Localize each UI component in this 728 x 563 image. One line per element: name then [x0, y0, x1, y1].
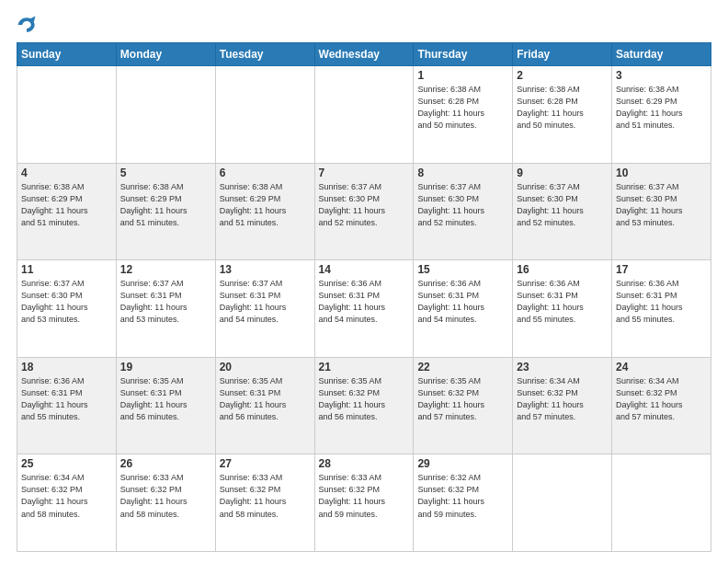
day-info: Sunrise: 6:38 AM Sunset: 6:28 PM Dayligh… [517, 84, 608, 132]
calendar-cell: 8Sunrise: 6:37 AM Sunset: 6:30 PM Daylig… [414, 163, 513, 260]
day-info: Sunrise: 6:33 AM Sunset: 6:32 PM Dayligh… [319, 472, 410, 520]
calendar-table: SundayMondayTuesdayWednesdayThursdayFrid… [17, 42, 711, 552]
day-header-friday: Friday [513, 43, 612, 66]
day-info: Sunrise: 6:35 AM Sunset: 6:32 PM Dayligh… [319, 375, 410, 423]
day-number: 11 [21, 263, 112, 276]
day-number: 1 [417, 69, 508, 82]
day-info: Sunrise: 6:33 AM Sunset: 6:32 PM Dayligh… [220, 472, 311, 520]
calendar-cell: 22Sunrise: 6:35 AM Sunset: 6:32 PM Dayli… [414, 357, 513, 454]
day-info: Sunrise: 6:34 AM Sunset: 6:32 PM Dayligh… [616, 375, 707, 423]
calendar-cell: 15Sunrise: 6:36 AM Sunset: 6:31 PM Dayli… [414, 260, 513, 358]
calendar-cell: 4Sunrise: 6:38 AM Sunset: 6:29 PM Daylig… [17, 163, 117, 260]
day-info: Sunrise: 6:37 AM Sunset: 6:30 PM Dayligh… [616, 181, 707, 229]
calendar-week-5: 25Sunrise: 6:34 AM Sunset: 6:32 PM Dayli… [17, 454, 711, 552]
calendar-cell: 7Sunrise: 6:37 AM Sunset: 6:30 PM Daylig… [314, 163, 414, 260]
calendar-cell: 25Sunrise: 6:34 AM Sunset: 6:32 PM Dayli… [17, 454, 117, 552]
calendar-cell: 23Sunrise: 6:34 AM Sunset: 6:32 PM Dayli… [513, 357, 612, 454]
day-info: Sunrise: 6:35 AM Sunset: 6:31 PM Dayligh… [120, 375, 211, 423]
day-info: Sunrise: 6:35 AM Sunset: 6:32 PM Dayligh… [417, 375, 508, 423]
day-info: Sunrise: 6:37 AM Sunset: 6:31 PM Dayligh… [120, 278, 211, 326]
calendar-cell: 2Sunrise: 6:38 AM Sunset: 6:28 PM Daylig… [513, 66, 612, 164]
calendar-cell [513, 454, 612, 552]
calendar-header-row: SundayMondayTuesdayWednesdayThursdayFrid… [17, 43, 711, 66]
day-number: 26 [120, 457, 211, 470]
page: SundayMondayTuesdayWednesdayThursdayFrid… [0, 0, 728, 563]
calendar-cell [17, 66, 117, 164]
day-number: 29 [417, 457, 508, 470]
calendar-cell: 1Sunrise: 6:38 AM Sunset: 6:28 PM Daylig… [414, 66, 513, 164]
calendar-cell [116, 66, 215, 164]
day-info: Sunrise: 6:37 AM Sunset: 6:30 PM Dayligh… [21, 278, 112, 326]
day-info: Sunrise: 6:33 AM Sunset: 6:32 PM Dayligh… [120, 472, 211, 520]
calendar-cell: 6Sunrise: 6:38 AM Sunset: 6:29 PM Daylig… [215, 163, 314, 260]
day-info: Sunrise: 6:37 AM Sunset: 6:31 PM Dayligh… [220, 278, 311, 326]
day-number: 13 [220, 263, 311, 276]
day-info: Sunrise: 6:38 AM Sunset: 6:29 PM Dayligh… [220, 181, 311, 229]
calendar-cell: 3Sunrise: 6:38 AM Sunset: 6:29 PM Daylig… [612, 66, 711, 164]
day-info: Sunrise: 6:36 AM Sunset: 6:31 PM Dayligh… [417, 278, 508, 326]
day-info: Sunrise: 6:38 AM Sunset: 6:28 PM Dayligh… [417, 84, 508, 132]
day-number: 6 [220, 167, 311, 179]
logo-icon [17, 15, 37, 35]
day-number: 4 [21, 167, 112, 179]
day-info: Sunrise: 6:36 AM Sunset: 6:31 PM Dayligh… [517, 278, 608, 326]
day-number: 23 [517, 361, 608, 373]
day-info: Sunrise: 6:37 AM Sunset: 6:30 PM Dayligh… [319, 181, 410, 229]
day-number: 20 [220, 361, 311, 373]
calendar-cell: 14Sunrise: 6:36 AM Sunset: 6:31 PM Dayli… [314, 260, 414, 358]
day-info: Sunrise: 6:38 AM Sunset: 6:29 PM Dayligh… [616, 84, 707, 132]
calendar-cell: 24Sunrise: 6:34 AM Sunset: 6:32 PM Dayli… [612, 357, 711, 454]
day-header-wednesday: Wednesday [314, 43, 414, 66]
calendar-cell: 26Sunrise: 6:33 AM Sunset: 6:32 PM Dayli… [116, 454, 215, 552]
day-info: Sunrise: 6:34 AM Sunset: 6:32 PM Dayligh… [21, 472, 112, 520]
day-info: Sunrise: 6:35 AM Sunset: 6:31 PM Dayligh… [220, 375, 311, 423]
day-header-saturday: Saturday [612, 43, 711, 66]
day-number: 27 [220, 457, 311, 470]
calendar-cell: 27Sunrise: 6:33 AM Sunset: 6:32 PM Dayli… [215, 454, 314, 552]
day-number: 15 [417, 263, 508, 276]
day-info: Sunrise: 6:34 AM Sunset: 6:32 PM Dayligh… [517, 375, 608, 423]
calendar-week-4: 18Sunrise: 6:36 AM Sunset: 6:31 PM Dayli… [17, 357, 711, 454]
day-number: 2 [517, 69, 608, 82]
day-number: 25 [21, 457, 112, 470]
calendar-cell: 16Sunrise: 6:36 AM Sunset: 6:31 PM Dayli… [513, 260, 612, 358]
calendar-cell: 5Sunrise: 6:38 AM Sunset: 6:29 PM Daylig… [116, 163, 215, 260]
day-number: 5 [120, 167, 211, 179]
calendar-week-2: 4Sunrise: 6:38 AM Sunset: 6:29 PM Daylig… [17, 163, 711, 260]
day-number: 18 [21, 361, 112, 373]
calendar-cell: 9Sunrise: 6:37 AM Sunset: 6:30 PM Daylig… [513, 163, 612, 260]
calendar-cell: 10Sunrise: 6:37 AM Sunset: 6:30 PM Dayli… [612, 163, 711, 260]
day-number: 8 [417, 167, 508, 179]
calendar-cell: 20Sunrise: 6:35 AM Sunset: 6:31 PM Dayli… [215, 357, 314, 454]
calendar-cell: 28Sunrise: 6:33 AM Sunset: 6:32 PM Dayli… [314, 454, 414, 552]
day-header-sunday: Sunday [17, 43, 117, 66]
calendar-cell: 29Sunrise: 6:32 AM Sunset: 6:32 PM Dayli… [414, 454, 513, 552]
day-number: 12 [120, 263, 211, 276]
calendar-cell: 11Sunrise: 6:37 AM Sunset: 6:30 PM Dayli… [17, 260, 117, 358]
calendar-week-3: 11Sunrise: 6:37 AM Sunset: 6:30 PM Dayli… [17, 260, 711, 358]
day-info: Sunrise: 6:38 AM Sunset: 6:29 PM Dayligh… [21, 181, 112, 229]
day-number: 10 [616, 167, 707, 179]
day-info: Sunrise: 6:37 AM Sunset: 6:30 PM Dayligh… [417, 181, 508, 229]
day-info: Sunrise: 6:36 AM Sunset: 6:31 PM Dayligh… [319, 278, 410, 326]
day-header-thursday: Thursday [414, 43, 513, 66]
calendar-cell: 21Sunrise: 6:35 AM Sunset: 6:32 PM Dayli… [314, 357, 414, 454]
calendar-cell [215, 66, 314, 164]
day-number: 7 [319, 167, 410, 179]
day-number: 17 [616, 263, 707, 276]
day-number: 28 [319, 457, 410, 470]
day-info: Sunrise: 6:38 AM Sunset: 6:29 PM Dayligh… [120, 181, 211, 229]
header [17, 15, 711, 35]
day-number: 22 [417, 361, 508, 373]
calendar-cell: 19Sunrise: 6:35 AM Sunset: 6:31 PM Dayli… [116, 357, 215, 454]
day-info: Sunrise: 6:36 AM Sunset: 6:31 PM Dayligh… [616, 278, 707, 326]
calendar-cell: 17Sunrise: 6:36 AM Sunset: 6:31 PM Dayli… [612, 260, 711, 358]
calendar-cell: 18Sunrise: 6:36 AM Sunset: 6:31 PM Dayli… [17, 357, 117, 454]
day-info: Sunrise: 6:37 AM Sunset: 6:30 PM Dayligh… [517, 181, 608, 229]
logo [17, 15, 40, 35]
calendar-cell [314, 66, 414, 164]
calendar-cell: 13Sunrise: 6:37 AM Sunset: 6:31 PM Dayli… [215, 260, 314, 358]
day-number: 16 [517, 263, 608, 276]
day-number: 21 [319, 361, 410, 373]
day-number: 9 [517, 167, 608, 179]
